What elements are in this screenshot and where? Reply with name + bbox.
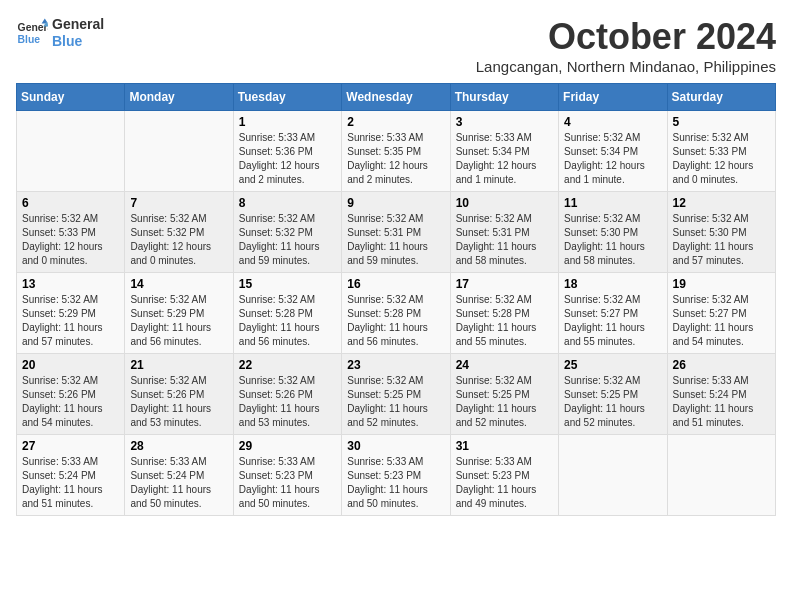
- day-cell: 10Sunrise: 5:32 AM Sunset: 5:31 PM Dayli…: [450, 192, 558, 273]
- day-number: 22: [239, 358, 336, 372]
- day-detail: Sunrise: 5:32 AM Sunset: 5:33 PM Dayligh…: [22, 212, 119, 268]
- day-number: 5: [673, 115, 770, 129]
- day-detail: Sunrise: 5:32 AM Sunset: 5:26 PM Dayligh…: [22, 374, 119, 430]
- day-number: 24: [456, 358, 553, 372]
- title-section: October 2024 Langcangan, Northern Mindan…: [476, 16, 776, 75]
- week-row-0: 1Sunrise: 5:33 AM Sunset: 5:36 PM Daylig…: [17, 111, 776, 192]
- day-detail: Sunrise: 5:32 AM Sunset: 5:26 PM Dayligh…: [130, 374, 227, 430]
- day-detail: Sunrise: 5:33 AM Sunset: 5:23 PM Dayligh…: [456, 455, 553, 511]
- day-number: 29: [239, 439, 336, 453]
- svg-marker-2: [42, 18, 48, 23]
- day-number: 4: [564, 115, 661, 129]
- svg-text:Blue: Blue: [18, 33, 41, 44]
- day-number: 30: [347, 439, 444, 453]
- day-number: 6: [22, 196, 119, 210]
- day-cell: [17, 111, 125, 192]
- day-detail: Sunrise: 5:32 AM Sunset: 5:28 PM Dayligh…: [239, 293, 336, 349]
- day-detail: Sunrise: 5:32 AM Sunset: 5:31 PM Dayligh…: [347, 212, 444, 268]
- day-cell: 1Sunrise: 5:33 AM Sunset: 5:36 PM Daylig…: [233, 111, 341, 192]
- header-cell-friday: Friday: [559, 84, 667, 111]
- day-detail: Sunrise: 5:32 AM Sunset: 5:28 PM Dayligh…: [456, 293, 553, 349]
- day-cell: [125, 111, 233, 192]
- day-detail: Sunrise: 5:32 AM Sunset: 5:25 PM Dayligh…: [564, 374, 661, 430]
- day-number: 31: [456, 439, 553, 453]
- day-cell: 20Sunrise: 5:32 AM Sunset: 5:26 PM Dayli…: [17, 354, 125, 435]
- day-number: 25: [564, 358, 661, 372]
- day-cell: 24Sunrise: 5:32 AM Sunset: 5:25 PM Dayli…: [450, 354, 558, 435]
- logo-line2: Blue: [52, 33, 104, 50]
- header-cell-thursday: Thursday: [450, 84, 558, 111]
- day-detail: Sunrise: 5:32 AM Sunset: 5:29 PM Dayligh…: [22, 293, 119, 349]
- day-cell: 29Sunrise: 5:33 AM Sunset: 5:23 PM Dayli…: [233, 435, 341, 516]
- day-detail: Sunrise: 5:32 AM Sunset: 5:32 PM Dayligh…: [130, 212, 227, 268]
- day-detail: Sunrise: 5:33 AM Sunset: 5:36 PM Dayligh…: [239, 131, 336, 187]
- day-detail: Sunrise: 5:32 AM Sunset: 5:29 PM Dayligh…: [130, 293, 227, 349]
- day-cell: 31Sunrise: 5:33 AM Sunset: 5:23 PM Dayli…: [450, 435, 558, 516]
- day-cell: 12Sunrise: 5:32 AM Sunset: 5:30 PM Dayli…: [667, 192, 775, 273]
- day-number: 12: [673, 196, 770, 210]
- day-cell: 18Sunrise: 5:32 AM Sunset: 5:27 PM Dayli…: [559, 273, 667, 354]
- day-number: 1: [239, 115, 336, 129]
- day-number: 8: [239, 196, 336, 210]
- day-cell: 13Sunrise: 5:32 AM Sunset: 5:29 PM Dayli…: [17, 273, 125, 354]
- day-cell: 27Sunrise: 5:33 AM Sunset: 5:24 PM Dayli…: [17, 435, 125, 516]
- page-header: General Blue General Blue October 2024 L…: [16, 16, 776, 75]
- day-detail: Sunrise: 5:33 AM Sunset: 5:24 PM Dayligh…: [130, 455, 227, 511]
- day-detail: Sunrise: 5:32 AM Sunset: 5:25 PM Dayligh…: [456, 374, 553, 430]
- day-number: 14: [130, 277, 227, 291]
- day-detail: Sunrise: 5:32 AM Sunset: 5:28 PM Dayligh…: [347, 293, 444, 349]
- day-detail: Sunrise: 5:32 AM Sunset: 5:27 PM Dayligh…: [564, 293, 661, 349]
- day-number: 13: [22, 277, 119, 291]
- day-number: 28: [130, 439, 227, 453]
- day-detail: Sunrise: 5:32 AM Sunset: 5:30 PM Dayligh…: [673, 212, 770, 268]
- day-detail: Sunrise: 5:33 AM Sunset: 5:34 PM Dayligh…: [456, 131, 553, 187]
- day-cell: 2Sunrise: 5:33 AM Sunset: 5:35 PM Daylig…: [342, 111, 450, 192]
- header-cell-wednesday: Wednesday: [342, 84, 450, 111]
- week-row-3: 20Sunrise: 5:32 AM Sunset: 5:26 PM Dayli…: [17, 354, 776, 435]
- day-cell: [559, 435, 667, 516]
- day-number: 27: [22, 439, 119, 453]
- day-detail: Sunrise: 5:32 AM Sunset: 5:34 PM Dayligh…: [564, 131, 661, 187]
- month-title: October 2024: [476, 16, 776, 58]
- day-cell: 19Sunrise: 5:32 AM Sunset: 5:27 PM Dayli…: [667, 273, 775, 354]
- day-cell: 7Sunrise: 5:32 AM Sunset: 5:32 PM Daylig…: [125, 192, 233, 273]
- day-number: 20: [22, 358, 119, 372]
- day-detail: Sunrise: 5:33 AM Sunset: 5:35 PM Dayligh…: [347, 131, 444, 187]
- day-cell: 23Sunrise: 5:32 AM Sunset: 5:25 PM Dayli…: [342, 354, 450, 435]
- day-number: 18: [564, 277, 661, 291]
- day-cell: 16Sunrise: 5:32 AM Sunset: 5:28 PM Dayli…: [342, 273, 450, 354]
- day-number: 3: [456, 115, 553, 129]
- day-number: 9: [347, 196, 444, 210]
- header-cell-sunday: Sunday: [17, 84, 125, 111]
- header-cell-monday: Monday: [125, 84, 233, 111]
- day-cell: 14Sunrise: 5:32 AM Sunset: 5:29 PM Dayli…: [125, 273, 233, 354]
- day-detail: Sunrise: 5:33 AM Sunset: 5:23 PM Dayligh…: [239, 455, 336, 511]
- week-row-4: 27Sunrise: 5:33 AM Sunset: 5:24 PM Dayli…: [17, 435, 776, 516]
- day-cell: 15Sunrise: 5:32 AM Sunset: 5:28 PM Dayli…: [233, 273, 341, 354]
- header-row: SundayMondayTuesdayWednesdayThursdayFrid…: [17, 84, 776, 111]
- day-number: 21: [130, 358, 227, 372]
- day-cell: 6Sunrise: 5:32 AM Sunset: 5:33 PM Daylig…: [17, 192, 125, 273]
- day-number: 15: [239, 277, 336, 291]
- day-cell: 17Sunrise: 5:32 AM Sunset: 5:28 PM Dayli…: [450, 273, 558, 354]
- logo-line1: General: [52, 16, 104, 33]
- day-detail: Sunrise: 5:32 AM Sunset: 5:33 PM Dayligh…: [673, 131, 770, 187]
- day-detail: Sunrise: 5:32 AM Sunset: 5:31 PM Dayligh…: [456, 212, 553, 268]
- day-number: 19: [673, 277, 770, 291]
- day-cell: 22Sunrise: 5:32 AM Sunset: 5:26 PM Dayli…: [233, 354, 341, 435]
- logo-icon: General Blue: [16, 17, 48, 49]
- header-cell-saturday: Saturday: [667, 84, 775, 111]
- day-cell: 11Sunrise: 5:32 AM Sunset: 5:30 PM Dayli…: [559, 192, 667, 273]
- day-detail: Sunrise: 5:33 AM Sunset: 5:24 PM Dayligh…: [673, 374, 770, 430]
- day-cell: 21Sunrise: 5:32 AM Sunset: 5:26 PM Dayli…: [125, 354, 233, 435]
- location: Langcangan, Northern Mindanao, Philippin…: [476, 58, 776, 75]
- day-detail: Sunrise: 5:32 AM Sunset: 5:25 PM Dayligh…: [347, 374, 444, 430]
- week-row-1: 6Sunrise: 5:32 AM Sunset: 5:33 PM Daylig…: [17, 192, 776, 273]
- day-cell: 26Sunrise: 5:33 AM Sunset: 5:24 PM Dayli…: [667, 354, 775, 435]
- day-number: 11: [564, 196, 661, 210]
- calendar-body: 1Sunrise: 5:33 AM Sunset: 5:36 PM Daylig…: [17, 111, 776, 516]
- day-detail: Sunrise: 5:33 AM Sunset: 5:24 PM Dayligh…: [22, 455, 119, 511]
- day-number: 16: [347, 277, 444, 291]
- svg-text:General: General: [18, 22, 48, 33]
- day-cell: 9Sunrise: 5:32 AM Sunset: 5:31 PM Daylig…: [342, 192, 450, 273]
